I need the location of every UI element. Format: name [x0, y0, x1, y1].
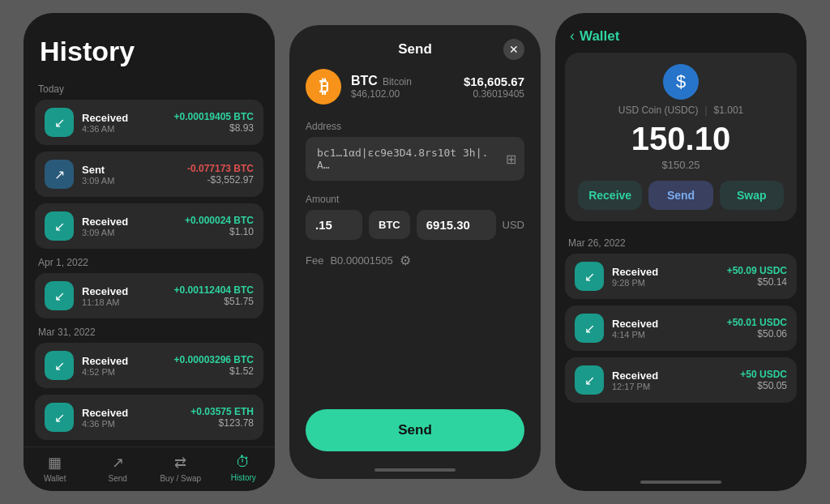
wallet-phone: ‹ Wallet $ USD Coin (USDC) | $1.001 150.… — [555, 13, 806, 491]
right-home-bar — [640, 481, 721, 484]
fee-settings-icon[interactable]: ⚙ — [400, 253, 411, 268]
amount-row: .15 BTC 6915.30 USD — [306, 210, 524, 240]
nav-send[interactable]: ↗ Send — [87, 454, 150, 483]
swap-nav-icon: ⇄ — [174, 454, 186, 472]
wallet-tx-time-1: 9:28 PM — [612, 278, 719, 288]
tx-received-5[interactable]: ↙ Received 4:36 PM +0.03575 ETH $123.78 — [35, 395, 263, 440]
received-icon-5: ↙ — [45, 403, 74, 432]
usdc-balance-sub: $150.25 — [662, 159, 700, 171]
send-title: Send — [398, 41, 432, 58]
wallet-section-label: Mar 26, 2022 — [568, 237, 797, 249]
tx-crypto-2: -0.077173 BTC — [187, 163, 254, 174]
tx-crypto-5: +0.00003296 BTC — [174, 354, 254, 365]
coin-full-name: Bitcoin — [383, 76, 412, 88]
right-home-indicator — [555, 473, 806, 491]
received-icon-3: ↙ — [45, 281, 74, 310]
tx-received-1[interactable]: ↙ Received 4:36 AM +0.00019405 BTC $8.93 — [35, 100, 263, 145]
tx-fiat-1: $8.93 — [174, 122, 254, 134]
tx-received-4[interactable]: ↙ Received 4:52 PM +0.00003296 BTC $1.52 — [35, 343, 263, 388]
nav-history[interactable]: ⏱ History — [212, 454, 276, 483]
tx-crypto-6: +0.03575 ETH — [190, 406, 254, 417]
tx-time-3: 3:09 AM — [82, 228, 177, 237]
back-chevron-icon[interactable]: ‹ — [570, 28, 575, 45]
wallet-tx-crypto-2: +50.01 USDC — [727, 317, 787, 328]
nav-send-label: Send — [109, 474, 127, 483]
usdc-balance: 150.10 — [631, 121, 730, 157]
tx-type-5: Received — [82, 355, 166, 367]
tx-time-1: 4:36 AM — [82, 124, 166, 134]
wallet-tx-time-2: 4:14 PM — [612, 330, 719, 340]
nav-history-label: History — [231, 473, 256, 482]
history-panel: History Today ↙ Received 4:36 AM +0.0001… — [24, 13, 275, 491]
tx-sent-1[interactable]: ↗ Sent 3:09 AM -0.077173 BTC -$3,552.97 — [35, 152, 263, 197]
wallet-tx-time-3: 12:17 PM — [612, 382, 732, 391]
receive-button[interactable]: Receive — [578, 181, 642, 210]
history-header: History — [24, 13, 275, 75]
coin-row: ₿ BTC Bitcoin $46,102.00 $16,605.67 0.36… — [306, 69, 524, 105]
history-phone: History Today ↙ Received 4:36 AM +0.0001… — [24, 13, 275, 491]
wallet-tx-2[interactable]: ↙ Received 4:14 PM +50.01 USDC $50.06 — [565, 305, 797, 351]
usdc-received-icon-1: ↙ — [575, 262, 604, 291]
coin-price-label: $1.001 — [714, 105, 744, 116]
usdc-received-icon-3: ↙ — [575, 365, 604, 395]
swap-button[interactable]: Swap — [720, 181, 784, 210]
wallet-tx-fiat-2: $50.06 — [727, 328, 787, 340]
wallet-tx-1[interactable]: ↙ Received 9:28 PM +50.09 USDC $50.14 — [565, 254, 797, 299]
amount-btc-input[interactable]: .15 — [306, 210, 362, 240]
wallet-history: Mar 26, 2022 ↙ Received 9:28 PM +50.09 U… — [555, 229, 806, 473]
tx-type-2: Sent — [82, 164, 179, 176]
usdc-icon: $ — [663, 64, 699, 100]
tx-fiat-5: $1.52 — [174, 365, 254, 377]
wallet-tx-fiat-1: $50.14 — [727, 276, 787, 288]
nav-wallet-label: Wallet — [44, 474, 66, 483]
tx-type-4: Received — [82, 285, 166, 297]
send-content: ₿ BTC Bitcoin $46,102.00 $16,605.67 0.36… — [289, 69, 541, 409]
wallet-nav-icon: ▦ — [48, 454, 62, 472]
amount-label: Amount — [306, 194, 524, 205]
history-nav-icon: ⏱ — [236, 454, 250, 471]
tx-received-2[interactable]: ↙ Received 3:09 AM +0.000024 BTC $1.10 — [35, 203, 263, 249]
tx-time-5: 4:52 PM — [82, 367, 166, 377]
tx-time-6: 4:36 PM — [82, 419, 182, 429]
tx-time-4: 11:18 AM — [82, 297, 166, 307]
wallet-tx-fiat-3: $50.05 — [740, 380, 787, 391]
amount-fiat-input[interactable]: 6915.30 — [417, 210, 496, 240]
tx-fiat-4: $51.75 — [174, 296, 254, 307]
tx-time-2: 3:09 AM — [82, 176, 179, 186]
address-value: bc1…1αd|εc9e3D4.8rs10t 3h|.A… — [317, 147, 488, 171]
coin-price: $16,605.67 — [464, 75, 524, 88]
usdc-received-icon-2: ↙ — [575, 314, 604, 343]
nav-wallet[interactable]: ▦ Wallet — [24, 454, 87, 483]
send-button-right[interactable]: Send — [648, 181, 712, 210]
send-panel: Send ✕ ₿ BTC Bitcoin $46,102.00 $16,605.… — [289, 25, 541, 479]
coin-amount-btc: 0.36019405 — [464, 88, 524, 100]
usdc-coin-card: $ USD Coin (USDC) | $1.001 150.10 $150.2… — [565, 53, 797, 221]
tx-received-3[interactable]: ↙ Received 11:18 AM +0.00112404 BTC $51.… — [35, 273, 263, 318]
home-bar — [374, 468, 456, 472]
coin-name-label: USD Coin (USDC) — [618, 105, 699, 116]
tx-type-6: Received — [82, 407, 182, 419]
received-icon-1: ↙ — [45, 108, 74, 137]
section-today: Today — [38, 83, 263, 95]
action-buttons: Receive Send Swap — [578, 181, 784, 210]
send-header: Send ✕ — [289, 25, 541, 69]
tx-type-1: Received — [82, 112, 166, 124]
amount-fiat-unit: USD — [503, 219, 524, 231]
qr-button[interactable]: ⊞ — [506, 152, 516, 167]
tx-type-3: Received — [82, 216, 177, 228]
fee-label: Fee — [306, 254, 323, 267]
wallet-tx-crypto-1: +50.09 USDC — [727, 265, 787, 276]
wallet-tx-crypto-3: +50 USDC — [740, 369, 787, 380]
tx-crypto-1: +0.00019405 BTC — [174, 111, 254, 122]
address-field[interactable]: bc1…1αd|εc9e3D4.8rs10t 3h|.A… — [306, 137, 524, 181]
history-content: Today ↙ Received 4:36 AM +0.00019405 BTC… — [24, 75, 275, 446]
tx-fiat-6: $123.78 — [190, 417, 254, 429]
close-button[interactable]: ✕ — [503, 39, 524, 60]
send-phone: Send ✕ ₿ BTC Bitcoin $46,102.00 $16,605.… — [289, 25, 541, 479]
send-button[interactable]: Send — [306, 409, 524, 451]
wallet-tx-3[interactable]: ↙ Received 12:17 PM +50 USDC $50.05 — [565, 357, 797, 403]
wallet-header-title[interactable]: Wallet — [580, 28, 619, 45]
sent-icon-1: ↗ — [45, 160, 74, 189]
wallet-header: ‹ Wallet — [555, 13, 806, 53]
nav-buyswap[interactable]: ⇄ Buy / Swap — [149, 454, 212, 483]
